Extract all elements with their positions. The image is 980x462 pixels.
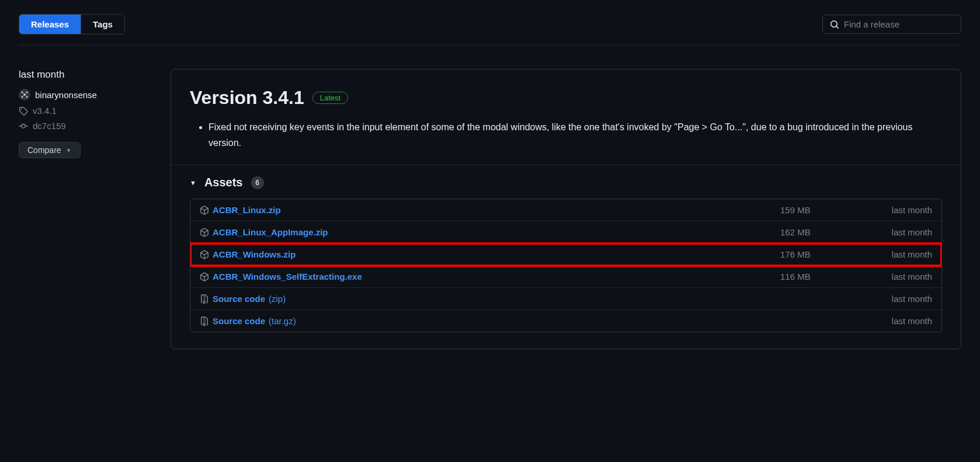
release-notes: Fixed not receiving key events in the in… <box>171 119 961 165</box>
asset-link[interactable]: ACBR_Linux.zip <box>213 205 281 215</box>
search-icon <box>830 20 839 29</box>
asset-link[interactable]: Source code <box>213 294 265 304</box>
asset-link[interactable]: ACBR_Linux_AppImage.zip <box>213 227 328 237</box>
compare-label: Compare <box>27 145 61 155</box>
caret-down-icon: ▼ <box>66 147 72 154</box>
asset-row: ACBR_Windows_SelfExtracting.exe116 MBlas… <box>190 266 941 288</box>
nav-tabs: Releases Tags <box>19 14 125 34</box>
release-box: Version 3.4.1 Latest Fixed not receiving… <box>171 69 961 349</box>
assets-count-badge: 6 <box>251 176 264 189</box>
svg-rect-1 <box>26 92 28 93</box>
asset-row: ACBR_Windows.zip176 MBlast month <box>190 244 941 266</box>
tag-icon <box>19 106 28 116</box>
commit-sha: dc7c159 <box>33 121 66 131</box>
asset-row: ACBR_Linux.zip159 MBlast month <box>190 199 941 221</box>
author-row[interactable]: binarynonsense <box>19 89 157 100</box>
tag-row[interactable]: v3.4.1 <box>19 106 157 116</box>
asset-date: last month <box>862 272 932 282</box>
asset-link[interactable]: ACBR_Windows.zip <box>213 249 296 259</box>
assets-heading: Assets <box>204 176 243 189</box>
assets-list: ACBR_Linux.zip159 MBlast monthACBR_Linux… <box>190 199 942 332</box>
package-icon <box>200 206 209 215</box>
svg-rect-4 <box>26 96 28 98</box>
assets-toggle[interactable]: ▼ Assets 6 <box>190 176 942 189</box>
release-title: Version 3.4.1 <box>190 87 304 109</box>
compare-button[interactable]: Compare ▼ <box>19 142 81 158</box>
latest-badge: Latest <box>312 92 348 104</box>
topbar: Releases Tags <box>19 14 961 46</box>
package-icon <box>200 228 209 237</box>
asset-suffix: (zip) <box>269 294 286 304</box>
avatar <box>19 89 30 100</box>
asset-date: last month <box>862 205 932 215</box>
asset-date: last month <box>862 294 932 304</box>
release-time: last month <box>19 69 157 81</box>
package-icon <box>200 272 209 282</box>
file-zip-icon <box>200 294 209 304</box>
tag-name: v3.4.1 <box>33 106 57 116</box>
svg-rect-3 <box>22 96 23 98</box>
asset-size: 159 MB <box>780 205 862 215</box>
asset-row: Source code (zip)last month <box>190 288 941 310</box>
asset-size: 162 MB <box>780 227 862 237</box>
release-note-item: Fixed not receiving key events in the in… <box>208 119 942 151</box>
asset-date: last month <box>862 316 932 326</box>
asset-date: last month <box>862 249 932 259</box>
caret-down-icon: ▼ <box>190 179 196 186</box>
svg-rect-0 <box>22 92 23 93</box>
search-wrap[interactable] <box>822 15 961 34</box>
asset-row: Source code (tar.gz)last month <box>190 310 941 332</box>
tab-tags[interactable]: Tags <box>81 15 124 34</box>
package-icon <box>200 250 209 259</box>
tab-releases[interactable]: Releases <box>19 15 81 34</box>
sidebar: last month binarynonsense v3.4.1 dc7c159 <box>19 69 157 349</box>
svg-rect-2 <box>23 93 26 96</box>
asset-link[interactable]: Source code <box>213 316 265 326</box>
commit-row[interactable]: dc7c159 <box>19 121 157 131</box>
commit-icon <box>19 121 28 131</box>
asset-size: 116 MB <box>780 272 862 282</box>
asset-row: ACBR_Linux_AppImage.zip162 MBlast month <box>190 221 941 244</box>
file-zip-icon <box>200 317 209 326</box>
asset-suffix: (tar.gz) <box>269 316 296 326</box>
author-name: binarynonsense <box>35 90 97 100</box>
asset-link[interactable]: ACBR_Windows_SelfExtracting.exe <box>213 272 362 282</box>
search-input[interactable] <box>844 19 954 29</box>
asset-date: last month <box>862 227 932 237</box>
asset-size: 176 MB <box>780 249 862 259</box>
